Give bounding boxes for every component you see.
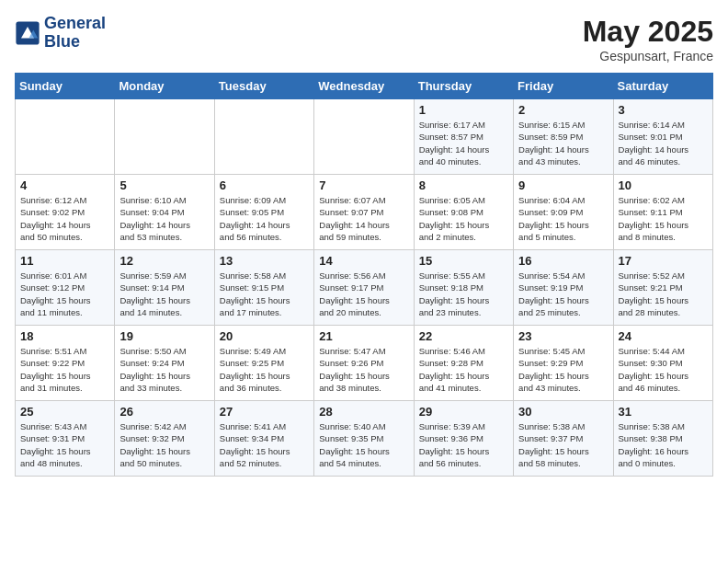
day-info: Sunrise: 6:09 AM Sunset: 9:05 PM Dayligh… [220, 194, 309, 243]
weekday-header: Tuesday [214, 74, 313, 99]
day-info: Sunrise: 6:07 AM Sunset: 9:07 PM Dayligh… [319, 194, 408, 243]
calendar-cell: 24Sunrise: 5:44 AM Sunset: 9:30 PM Dayli… [613, 326, 712, 401]
calendar-cell: 30Sunrise: 5:38 AM Sunset: 9:37 PM Dayli… [514, 401, 613, 477]
calendar-cell: 27Sunrise: 5:41 AM Sunset: 9:34 PM Dayli… [214, 401, 313, 477]
calendar-week-row: 1Sunrise: 6:17 AM Sunset: 8:57 PM Daylig… [16, 99, 713, 175]
calendar-cell: 14Sunrise: 5:56 AM Sunset: 9:17 PM Dayli… [314, 250, 414, 326]
calendar-week-row: 11Sunrise: 6:01 AM Sunset: 9:12 PM Dayli… [16, 250, 713, 326]
calendar-cell: 18Sunrise: 5:51 AM Sunset: 9:22 PM Dayli… [16, 326, 115, 401]
day-info: Sunrise: 5:56 AM Sunset: 9:17 PM Dayligh… [319, 270, 408, 318]
calendar-cell: 26Sunrise: 5:42 AM Sunset: 9:32 PM Dayli… [115, 401, 214, 477]
calendar-cell: 31Sunrise: 5:38 AM Sunset: 9:38 PM Dayli… [613, 401, 712, 477]
calendar-cell [115, 99, 214, 175]
calendar-cell: 4Sunrise: 6:12 AM Sunset: 9:02 PM Daylig… [16, 175, 115, 250]
day-number: 30 [518, 405, 608, 419]
day-number: 20 [220, 329, 309, 343]
calendar-cell: 21Sunrise: 5:47 AM Sunset: 9:26 PM Dayli… [314, 326, 414, 401]
day-info: Sunrise: 6:12 AM Sunset: 9:02 PM Dayligh… [20, 194, 109, 243]
day-number: 22 [419, 329, 508, 343]
calendar-cell: 19Sunrise: 5:50 AM Sunset: 9:24 PM Dayli… [115, 326, 214, 401]
day-number: 8 [419, 178, 508, 192]
calendar-cell: 13Sunrise: 5:58 AM Sunset: 9:15 PM Dayli… [214, 250, 313, 326]
weekday-header: Wednesday [314, 74, 414, 99]
calendar-cell: 7Sunrise: 6:07 AM Sunset: 9:07 PM Daylig… [314, 175, 414, 250]
day-info: Sunrise: 6:15 AM Sunset: 8:59 PM Dayligh… [518, 119, 608, 167]
day-info: Sunrise: 5:51 AM Sunset: 9:22 PM Dayligh… [20, 345, 109, 394]
day-number: 28 [319, 405, 408, 419]
calendar-cell: 25Sunrise: 5:43 AM Sunset: 9:31 PM Dayli… [16, 401, 115, 477]
day-number: 7 [319, 178, 408, 192]
day-number: 9 [518, 178, 608, 192]
calendar-header-row: SundayMondayTuesdayWednesdayThursdayFrid… [16, 74, 713, 99]
day-info: Sunrise: 5:44 AM Sunset: 9:30 PM Dayligh… [619, 345, 708, 394]
calendar-cell: 8Sunrise: 6:05 AM Sunset: 9:08 PM Daylig… [414, 175, 513, 250]
day-info: Sunrise: 5:47 AM Sunset: 9:26 PM Dayligh… [319, 345, 408, 394]
day-info: Sunrise: 6:17 AM Sunset: 8:57 PM Dayligh… [419, 119, 508, 167]
weekday-header: Friday [514, 74, 613, 99]
day-number: 16 [518, 254, 608, 268]
day-info: Sunrise: 5:39 AM Sunset: 9:36 PM Dayligh… [419, 420, 508, 469]
day-number: 17 [619, 254, 708, 268]
calendar-cell: 10Sunrise: 6:02 AM Sunset: 9:11 PM Dayli… [613, 175, 712, 250]
day-info: Sunrise: 6:01 AM Sunset: 9:12 PM Dayligh… [20, 270, 109, 318]
day-info: Sunrise: 5:45 AM Sunset: 9:29 PM Dayligh… [518, 345, 608, 394]
weekday-header: Sunday [16, 74, 115, 99]
day-info: Sunrise: 6:04 AM Sunset: 9:09 PM Dayligh… [518, 194, 608, 243]
calendar-cell: 5Sunrise: 6:10 AM Sunset: 9:04 PM Daylig… [115, 175, 214, 250]
calendar-cell: 28Sunrise: 5:40 AM Sunset: 9:35 PM Dayli… [314, 401, 414, 477]
day-number: 19 [119, 329, 209, 343]
day-number: 10 [619, 178, 708, 192]
calendar-cell: 9Sunrise: 6:04 AM Sunset: 9:09 PM Daylig… [514, 175, 613, 250]
day-number: 18 [20, 329, 109, 343]
day-info: Sunrise: 5:38 AM Sunset: 9:38 PM Dayligh… [619, 420, 708, 469]
day-number: 5 [119, 178, 209, 192]
day-info: Sunrise: 5:55 AM Sunset: 9:18 PM Dayligh… [419, 270, 508, 318]
calendar-cell [314, 99, 414, 175]
calendar-week-row: 4Sunrise: 6:12 AM Sunset: 9:02 PM Daylig… [16, 175, 713, 250]
day-info: Sunrise: 5:38 AM Sunset: 9:37 PM Dayligh… [518, 420, 608, 469]
day-number: 14 [319, 254, 408, 268]
logo-line1: General [44, 15, 106, 33]
day-number: 24 [619, 329, 708, 343]
day-info: Sunrise: 6:14 AM Sunset: 9:01 PM Dayligh… [619, 119, 708, 167]
day-number: 13 [220, 254, 309, 268]
day-info: Sunrise: 5:40 AM Sunset: 9:35 PM Dayligh… [319, 420, 408, 469]
logo-icon [15, 20, 40, 46]
calendar-cell: 20Sunrise: 5:49 AM Sunset: 9:25 PM Dayli… [214, 326, 313, 401]
calendar-cell: 1Sunrise: 6:17 AM Sunset: 8:57 PM Daylig… [414, 99, 513, 175]
day-info: Sunrise: 6:05 AM Sunset: 9:08 PM Dayligh… [419, 194, 508, 243]
day-number: 26 [119, 405, 209, 419]
day-number: 4 [20, 178, 109, 192]
weekday-header: Monday [115, 74, 214, 99]
calendar-table: SundayMondayTuesdayWednesdayThursdayFrid… [15, 73, 713, 477]
day-info: Sunrise: 6:02 AM Sunset: 9:11 PM Dayligh… [619, 194, 708, 243]
day-number: 31 [619, 405, 708, 419]
day-number: 3 [619, 103, 708, 117]
day-number: 12 [119, 254, 209, 268]
calendar-cell: 3Sunrise: 6:14 AM Sunset: 9:01 PM Daylig… [613, 99, 712, 175]
day-number: 23 [518, 329, 608, 343]
calendar-cell: 6Sunrise: 6:09 AM Sunset: 9:05 PM Daylig… [214, 175, 313, 250]
day-info: Sunrise: 5:43 AM Sunset: 9:31 PM Dayligh… [20, 420, 109, 469]
day-number: 15 [419, 254, 508, 268]
weekday-header: Thursday [414, 74, 513, 99]
day-number: 6 [220, 178, 309, 192]
calendar-cell [214, 99, 313, 175]
calendar-cell: 12Sunrise: 5:59 AM Sunset: 9:14 PM Dayli… [115, 250, 214, 326]
day-info: Sunrise: 5:42 AM Sunset: 9:32 PM Dayligh… [119, 420, 209, 469]
calendar-cell: 15Sunrise: 5:55 AM Sunset: 9:18 PM Dayli… [414, 250, 513, 326]
day-info: Sunrise: 5:54 AM Sunset: 9:19 PM Dayligh… [518, 270, 608, 318]
day-number: 2 [518, 103, 608, 117]
month-title: May 2025 [583, 15, 713, 49]
logo-line2: Blue [44, 33, 106, 52]
day-number: 29 [419, 405, 508, 419]
calendar-cell: 11Sunrise: 6:01 AM Sunset: 9:12 PM Dayli… [16, 250, 115, 326]
day-number: 1 [419, 103, 508, 117]
calendar-cell: 23Sunrise: 5:45 AM Sunset: 9:29 PM Dayli… [514, 326, 613, 401]
day-number: 27 [220, 405, 309, 419]
calendar-cell [16, 99, 115, 175]
day-info: Sunrise: 6:10 AM Sunset: 9:04 PM Dayligh… [119, 194, 209, 243]
calendar-cell: 16Sunrise: 5:54 AM Sunset: 9:19 PM Dayli… [514, 250, 613, 326]
page-header: General Blue May 2025 Gespunsart, France [15, 15, 713, 63]
day-info: Sunrise: 5:58 AM Sunset: 9:15 PM Dayligh… [220, 270, 309, 318]
